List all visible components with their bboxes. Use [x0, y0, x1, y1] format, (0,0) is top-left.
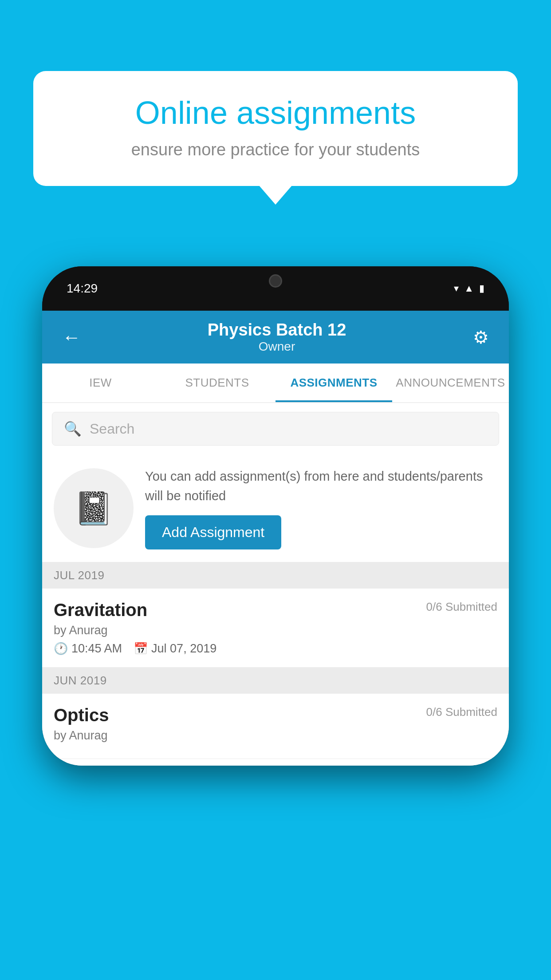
section-header-jun: JUN 2019 — [42, 668, 509, 694]
battery-icon: ▮ — [479, 283, 484, 294]
assignment-item-gravitation[interactable]: Gravitation 0/6 Submitted by Anurag 🕐 10… — [42, 589, 509, 668]
assignment-details-gravitation: 🕐 10:45 AM 📅 Jul 07, 2019 — [54, 642, 497, 656]
section-month-jun: JUN 2019 — [54, 674, 107, 687]
assignment-meta-gravitation: by Anurag — [54, 624, 497, 637]
status-bar: 14:29 ▾ ▲ ▮ — [42, 266, 509, 311]
back-button[interactable]: ← — [62, 327, 81, 348]
search-container: 🔍 Search — [42, 403, 509, 454]
clock-icon: 🕐 — [54, 642, 68, 656]
tab-iew[interactable]: IEW — [42, 364, 159, 402]
tab-assignments[interactable]: ASSIGNMENTS — [276, 364, 392, 402]
tab-students[interactable]: STUDENTS — [159, 364, 276, 402]
assignment-submitted-gravitation: 0/6 Submitted — [426, 600, 497, 614]
tabs-container: IEW STUDENTS ASSIGNMENTS ANNOUNCEMENTS — [42, 364, 509, 403]
search-icon: 🔍 — [64, 420, 82, 437]
assignment-top-row: Gravitation 0/6 Submitted — [54, 600, 497, 620]
speech-bubble: Online assignments ensure more practice … — [33, 71, 518, 186]
promo-section: 📓 You can add assignment(s) from here an… — [42, 454, 509, 562]
assignment-submitted-optics: 0/6 Submitted — [426, 705, 497, 719]
search-placeholder: Search — [90, 421, 134, 437]
section-month-jul: JUL 2019 — [54, 569, 104, 582]
screen-content: 🔍 Search 📓 You can add assignment(s) fro… — [42, 403, 509, 766]
assignment-top-row-optics: Optics 0/6 Submitted — [54, 705, 497, 725]
phone: 14:29 ▾ ▲ ▮ ← Physics Batch 12 Owner ⚙ I… — [42, 266, 509, 766]
status-time: 14:29 — [67, 281, 98, 296]
signal-icon: ▲ — [464, 283, 474, 294]
notebook-icon: 📓 — [74, 490, 114, 527]
assignment-name-gravitation: Gravitation — [54, 600, 147, 620]
settings-icon[interactable]: ⚙ — [473, 327, 489, 348]
assignment-time-gravitation: 🕐 10:45 AM — [54, 642, 122, 656]
header-title: Physics Batch 12 — [208, 320, 346, 340]
promo-icon-circle: 📓 — [54, 468, 134, 548]
phone-bottom — [42, 759, 509, 766]
phone-notch — [231, 266, 320, 296]
wifi-icon: ▾ — [454, 283, 459, 294]
add-assignment-button[interactable]: Add Assignment — [145, 515, 281, 549]
speech-bubble-container: Online assignments ensure more practice … — [33, 71, 518, 186]
app-header: ← Physics Batch 12 Owner ⚙ — [42, 311, 509, 364]
assignment-item-optics[interactable]: Optics 0/6 Submitted by Anurag — [42, 694, 509, 759]
status-icons: ▾ ▲ ▮ — [454, 283, 484, 294]
promo-right: You can add assignment(s) from here and … — [145, 467, 497, 549]
calendar-icon: 📅 — [134, 642, 148, 656]
phone-camera — [269, 274, 282, 288]
speech-bubble-subtitle: ensure more practice for your students — [62, 140, 489, 159]
assignment-name-optics: Optics — [54, 705, 109, 725]
section-header-jul: JUL 2019 — [42, 562, 509, 589]
header-subtitle: Owner — [208, 340, 346, 354]
header-center: Physics Batch 12 Owner — [208, 320, 346, 354]
assignment-date-gravitation: 📅 Jul 07, 2019 — [134, 642, 216, 656]
phone-container: 14:29 ▾ ▲ ▮ ← Physics Batch 12 Owner ⚙ I… — [42, 266, 509, 766]
search-bar[interactable]: 🔍 Search — [52, 412, 499, 446]
speech-bubble-title: Online assignments — [62, 95, 489, 130]
promo-text: You can add assignment(s) from here and … — [145, 467, 497, 506]
assignment-meta-optics: by Anurag — [54, 729, 497, 743]
tab-announcements[interactable]: ANNOUNCEMENTS — [392, 364, 509, 402]
